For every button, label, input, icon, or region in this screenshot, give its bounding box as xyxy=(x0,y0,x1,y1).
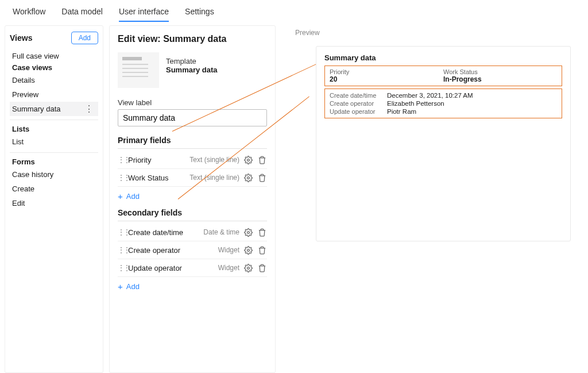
field-type: Widget xyxy=(218,264,239,272)
trash-icon[interactable] xyxy=(257,155,267,165)
trash-icon[interactable] xyxy=(257,263,267,273)
add-label: Add xyxy=(126,192,140,201)
sidebar-title: Views xyxy=(10,33,32,43)
sidebar-item-create[interactable]: Create xyxy=(10,182,98,196)
plus-icon: + xyxy=(118,282,123,291)
svg-point-2 xyxy=(247,231,249,233)
gear-icon[interactable] xyxy=(243,245,253,255)
add-label: Add xyxy=(126,282,140,291)
sidebar-item-list[interactable]: List xyxy=(10,134,98,149)
svg-point-1 xyxy=(247,176,249,179)
add-secondary-field[interactable]: + Add xyxy=(118,277,267,298)
sidebar-item-full-case-view[interactable]: Full case view xyxy=(10,49,98,63)
svg-point-4 xyxy=(247,267,249,269)
field-name: Create operator xyxy=(128,246,215,255)
sidebar-item-label: Summary data xyxy=(12,105,61,113)
trash-icon[interactable] xyxy=(257,172,267,183)
field-row: ⋮⋮Create operatorWidget xyxy=(118,241,267,259)
drag-handle-icon[interactable]: ⋮⋮ xyxy=(118,174,125,182)
preview-field-value: 20 xyxy=(330,75,443,83)
preview-field-label: Update operator xyxy=(330,108,387,115)
preview-field-label: Create operator xyxy=(330,100,387,107)
preview-column: Preview Summary data Priority20Work Stat… xyxy=(281,25,588,373)
field-type: Date & time xyxy=(203,228,239,236)
field-type: Text (single line) xyxy=(189,174,239,182)
preview-secondary-box: Create date/timeDecember 3, 2021, 10:27 … xyxy=(324,89,562,118)
drag-handle-icon[interactable]: ⋮⋮ xyxy=(118,246,125,254)
field-row: ⋮⋮Create date/timeDate & time xyxy=(118,224,267,241)
preview-field-label: Work Status xyxy=(443,68,557,75)
sidebar-item-summary-data[interactable]: Summary data ⋮ xyxy=(10,102,98,116)
preview-field-value: Piotr Ram xyxy=(387,108,416,115)
drag-handle-icon[interactable]: ⋮⋮ xyxy=(118,264,125,272)
views-sidebar: Views Add Full case view Case views Deta… xyxy=(5,25,103,373)
template-label: Template xyxy=(166,57,218,66)
gear-icon[interactable] xyxy=(243,263,253,273)
tab-user-interface[interactable]: User interface xyxy=(119,7,169,22)
edit-view-panel: Edit view: Summary data Template Summary… xyxy=(109,25,276,373)
preview-card: Summary data Priority20Work StatusIn-Pro… xyxy=(316,46,571,241)
gear-icon[interactable] xyxy=(243,155,253,165)
template-name: Summary data xyxy=(166,66,218,74)
field-row: ⋮⋮Update operatorWidget xyxy=(118,259,267,277)
sidebar-section-case-views: Case views xyxy=(10,63,98,73)
trash-icon[interactable] xyxy=(257,227,267,237)
preview-field-value: In-Progress xyxy=(443,75,557,83)
tab-settings[interactable]: Settings xyxy=(185,7,214,22)
drag-handle-icon[interactable]: ⋮⋮ xyxy=(118,228,125,236)
edit-panel-heading: Edit view: Summary data xyxy=(118,34,267,44)
field-row: ⋮⋮Work StatusText (single line) xyxy=(118,169,267,187)
svg-point-3 xyxy=(247,249,249,251)
preview-field-label: Create date/time xyxy=(330,92,387,99)
preview-label: Preview xyxy=(295,29,588,37)
sidebar-item-edit[interactable]: Edit xyxy=(10,196,98,210)
sidebar-section-forms: Forms xyxy=(10,152,98,167)
gear-icon[interactable] xyxy=(243,227,253,237)
field-type: Text (single line) xyxy=(189,156,239,164)
field-type: Widget xyxy=(218,246,239,254)
secondary-fields-heading: Secondary fields xyxy=(118,208,267,221)
template-thumbnail xyxy=(118,52,159,88)
trash-icon[interactable] xyxy=(257,245,267,255)
gear-icon[interactable] xyxy=(243,172,253,183)
view-label-input[interactable] xyxy=(118,109,267,126)
preview-card-title: Summary data xyxy=(324,53,562,62)
add-primary-field[interactable]: + Add xyxy=(118,187,267,208)
top-tabs: Workflow Data model User interface Setti… xyxy=(0,0,588,22)
svg-point-0 xyxy=(247,159,249,161)
sidebar-item-preview[interactable]: Preview xyxy=(10,87,98,102)
field-row: ⋮⋮PriorityText (single line) xyxy=(118,151,267,169)
sidebar-item-case-history[interactable]: Case history xyxy=(10,167,98,182)
field-name: Update operator xyxy=(128,264,215,272)
field-name: Priority xyxy=(128,156,186,164)
preview-field-label: Priority xyxy=(330,68,443,75)
kebab-icon[interactable]: ⋮ xyxy=(84,106,96,112)
drag-handle-icon[interactable]: ⋮⋮ xyxy=(118,156,125,164)
tab-workflow[interactable]: Workflow xyxy=(13,7,45,22)
preview-field-value: December 3, 2021, 10:27 AM xyxy=(387,92,473,99)
field-name: Create date/time xyxy=(128,228,200,237)
sidebar-section-lists: Lists xyxy=(10,120,98,134)
template-box: Template Summary data xyxy=(118,52,267,88)
view-label-caption: View label xyxy=(118,98,267,107)
preview-primary-box: Priority20Work StatusIn-Progress xyxy=(324,66,562,86)
plus-icon: + xyxy=(118,191,123,201)
preview-field-value: Elizabeth Petterson xyxy=(387,100,444,107)
field-name: Work Status xyxy=(128,174,186,182)
tab-data-model[interactable]: Data model xyxy=(61,7,103,22)
primary-fields-heading: Primary fields xyxy=(118,136,267,149)
add-view-button[interactable]: Add xyxy=(71,32,98,44)
sidebar-item-details[interactable]: Details xyxy=(10,73,98,87)
